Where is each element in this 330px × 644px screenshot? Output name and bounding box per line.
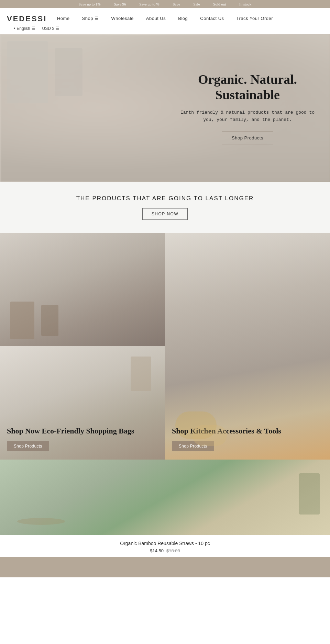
nav-contact[interactable]: Contact Us	[200, 16, 224, 21]
announcement-item: Save up to 1%	[79, 2, 101, 6]
kitchen-shop-button[interactable]: Shop Products	[172, 441, 214, 451]
hero-decoration	[0, 34, 182, 182]
category-eco-bags: Shop Now Eco-Friendly Shopping Bags Shop…	[0, 233, 165, 460]
kitchen-title: Shop Kitchen Accessories & Tools	[172, 426, 323, 436]
products-banner-title: THE PRODUCTS THAT ARE GOING TO LAST LONG…	[7, 195, 323, 202]
currency-selector[interactable]: USD $ ☰	[42, 26, 59, 31]
hero-content: Organic. Natural. Sustainable Earth frie…	[175, 72, 320, 145]
hero-cta-button[interactable]: Shop Products	[222, 132, 273, 144]
eco-bags-shop-button[interactable]: Shop Products	[7, 441, 49, 451]
hero-section: Organic. Natural. Sustainable Earth frie…	[0, 34, 330, 182]
eco-bags-image-bottom: Shop Now Eco-Friendly Shopping Bags Shop…	[0, 346, 165, 460]
price-current: $14.50	[150, 548, 164, 553]
nav-wholesale[interactable]: Wholesale	[111, 16, 134, 21]
main-nav: Home Shop ☰ Wholesale About Us Blog Cont…	[7, 8, 323, 25]
announcement-item: Sale	[194, 2, 200, 6]
logo[interactable]: VEDESSI	[7, 14, 47, 23]
eco-bags-image-top	[0, 233, 165, 346]
header: VEDESSI Home Shop ☰ Wholesale About Us B…	[0, 8, 330, 34]
nav-track-order[interactable]: Track Your Order	[236, 16, 273, 21]
price-original: $18.00	[166, 548, 180, 553]
currency-dropdown-icon: ☰	[56, 26, 59, 31]
eco-bags-title: Shop Now Eco-Friendly Shopping Bags	[7, 426, 158, 436]
kitchen-image: Shop Kitchen Accessories & Tools Shop Pr…	[165, 233, 330, 460]
bottom-section	[0, 557, 330, 577]
header-utilities: • English ☰ USD $ ☰	[7, 25, 323, 34]
product-prices: $14.50 $18.00	[7, 548, 323, 553]
product-image	[0, 460, 330, 535]
categories-section: Shop Now Eco-Friendly Shopping Bags Shop…	[0, 233, 330, 460]
announcement-bar: Save up to 1% Save 96 Save up to % Save …	[0, 0, 330, 8]
nav-shop[interactable]: Shop ☰	[82, 16, 99, 21]
lang-dropdown-icon: ☰	[32, 26, 35, 31]
featured-products-section: Organic Bamboo Reusable Straws - 10 pc $…	[0, 460, 330, 557]
product-info: Organic Bamboo Reusable Straws - 10 pc $…	[0, 535, 330, 557]
eco-bags-overlay: Shop Now Eco-Friendly Shopping Bags Shop…	[0, 419, 165, 460]
hero-title: Organic. Natural. Sustainable	[175, 72, 320, 103]
shop-now-button[interactable]: SHOP NOW	[142, 208, 188, 220]
nav-about[interactable]: About Us	[146, 16, 166, 21]
nav-home[interactable]: Home	[57, 16, 70, 21]
kitchen-overlay: Shop Kitchen Accessories & Tools Shop Pr…	[165, 419, 330, 460]
product-name: Organic Bamboo Reusable Straws - 10 pc	[7, 541, 323, 546]
language-selector[interactable]: • English ☰	[14, 26, 35, 31]
announcement-item: Sold out	[213, 2, 226, 6]
announcement-item: Save up to %	[139, 2, 159, 6]
announcement-item: Save	[173, 2, 180, 6]
announcement-item: In stock	[239, 2, 251, 6]
product-card: Organic Bamboo Reusable Straws - 10 pc $…	[0, 460, 330, 557]
announcement-item: Save 96	[114, 2, 126, 6]
hero-subtitle: Earth friendly & natural products that a…	[175, 109, 320, 124]
category-kitchen: Shop Kitchen Accessories & Tools Shop Pr…	[165, 233, 330, 460]
nav-blog[interactable]: Blog	[178, 16, 188, 21]
products-banner: THE PRODUCTS THAT ARE GOING TO LAST LONG…	[0, 182, 330, 233]
